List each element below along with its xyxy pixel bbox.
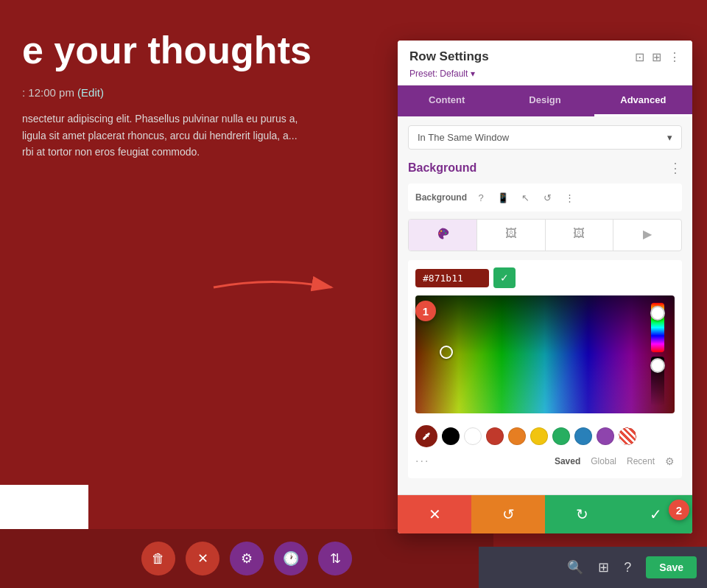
help-bottom-icon[interactable]: ?: [624, 560, 631, 575]
footer-redo-button[interactable]: ↻: [545, 495, 619, 533]
clock-button[interactable]: 🕐: [274, 542, 308, 575]
swatch-white[interactable]: [464, 427, 482, 445]
background-section-header: Background ⋮: [408, 160, 682, 176]
swatch-black[interactable]: [442, 427, 460, 445]
panel-title-icons: ⊡ ⊞ ⋮: [635, 50, 680, 64]
white-card-preview: [0, 485, 88, 529]
row-settings-panel: Row Settings ⊡ ⊞ ⋮ Preset: Default Conte…: [398, 41, 692, 533]
edit-link[interactable]: (Edit): [77, 86, 104, 99]
bg-type-color[interactable]: [409, 220, 477, 251]
panel-body: In The Same Window ▾ Background ⋮ Backgr…: [398, 116, 692, 494]
recent-label[interactable]: Recent: [627, 456, 655, 466]
dropdown-value: In The Same Window: [418, 132, 509, 143]
bg-cursor-icon[interactable]: ↖: [517, 189, 533, 206]
swatch-orange[interactable]: [508, 427, 526, 445]
color-picker-area: ✓: [408, 260, 682, 478]
body-text: nsectetur adipiscing elit. Phasellus pul…: [22, 111, 302, 160]
bg-more-icon[interactable]: ⋮: [561, 189, 577, 206]
panel-footer: ✕ ↺ ↻ ✓: [398, 494, 692, 533]
saved-label[interactable]: Saved: [555, 456, 580, 466]
panel-title: Row Settings: [409, 49, 489, 64]
swatch-purple[interactable]: [597, 427, 614, 445]
hue-thumb[interactable]: [650, 306, 665, 321]
panel-icon-more[interactable]: ⋮: [669, 50, 680, 64]
section-more-icon[interactable]: ⋮: [669, 160, 682, 176]
opacity-slider[interactable]: [651, 357, 664, 406]
badge-1: 1: [415, 301, 436, 321]
swatch-blue[interactable]: [574, 427, 592, 445]
bg-undo-icon[interactable]: ↺: [539, 189, 555, 206]
sliders-column: [651, 303, 667, 406]
opacity-thumb[interactable]: [650, 358, 665, 373]
bg-type-tabs: 🖼 🖼 ▶: [408, 219, 682, 251]
same-window-dropdown[interactable]: In The Same Window ▾: [408, 125, 682, 150]
svg-point-3: [443, 231, 445, 232]
swatch-green[interactable]: [552, 427, 570, 445]
saved-row-wrapper: ··· Saved Global Recent ⚙: [415, 452, 675, 471]
bg-help-icon[interactable]: ?: [473, 189, 489, 206]
svg-point-4: [445, 233, 446, 234]
swatches-row: [415, 421, 675, 452]
bg-type-image2[interactable]: 🖼: [546, 220, 614, 251]
svg-point-1: [439, 233, 440, 234]
close-button[interactable]: ✕: [186, 542, 219, 575]
redo-icon: ↻: [576, 505, 588, 523]
gradient-cursor[interactable]: [440, 346, 453, 359]
save-button[interactable]: Save: [646, 556, 697, 578]
bg-mobile-icon[interactable]: 📱: [495, 189, 511, 206]
color-gradient-canvas[interactable]: [415, 295, 675, 413]
panel-title-row: Row Settings ⊡ ⊞ ⋮: [409, 49, 680, 64]
hex-input[interactable]: [415, 269, 489, 287]
bottom-right-bar: 🔍 ⊞ ? Save: [479, 547, 707, 588]
panel-tabs: Content Design Advanced: [398, 85, 692, 116]
hex-input-row: ✓: [415, 267, 675, 288]
layers-bottom-icon[interactable]: ⊞: [598, 559, 609, 575]
tab-advanced[interactable]: Advanced: [594, 85, 692, 116]
tab-design[interactable]: Design: [496, 85, 594, 116]
footer-cancel-button[interactable]: ✕: [398, 495, 471, 533]
bg-label: Background: [415, 192, 467, 203]
main-heading: e your thoughts: [22, 29, 331, 71]
background-section-title: Background: [408, 161, 476, 175]
hex-confirm-button[interactable]: ✓: [493, 267, 516, 288]
panel-header: Row Settings ⊡ ⊞ ⋮ Preset: Default: [398, 41, 692, 85]
panel-preset[interactable]: Preset: Default: [409, 69, 680, 79]
swatch-striped[interactable]: [619, 427, 636, 445]
right-labels: Saved Global Recent ⚙: [555, 455, 675, 467]
bottom-toolbar: 🗑 ✕ ⚙ 🕐 ⇅: [0, 529, 493, 588]
footer-reset-button[interactable]: ↺: [471, 495, 545, 533]
cancel-icon: ✕: [429, 505, 441, 523]
panel-icon-resize[interactable]: ⊡: [635, 50, 644, 64]
bg-controls-row: Background ? 📱 ↖ ↺ ⋮: [408, 183, 682, 211]
settings-cog-icon[interactable]: ⚙: [665, 455, 675, 467]
dropdown-arrow-icon: ▾: [667, 132, 672, 143]
bg-type-image[interactable]: 🖼: [477, 220, 546, 251]
global-label[interactable]: Global: [591, 456, 616, 466]
swatch-yellow[interactable]: [530, 427, 548, 445]
date-text: : 12:00 pm: [22, 86, 74, 99]
arrows-button[interactable]: ⇅: [318, 542, 352, 575]
three-dots-icon[interactable]: ···: [415, 455, 429, 468]
tab-content[interactable]: Content: [398, 85, 496, 116]
search-bottom-icon[interactable]: 🔍: [567, 559, 583, 575]
eyedropper-button[interactable]: [415, 425, 437, 447]
trash-button[interactable]: 🗑: [141, 542, 175, 575]
date-line: : 12:00 pm (Edit): [22, 86, 331, 99]
svg-point-2: [440, 231, 442, 232]
hue-slider[interactable]: [651, 303, 664, 352]
bg-type-video[interactable]: ▶: [613, 220, 681, 251]
red-arrow: [206, 273, 339, 302]
save-check-icon: ✓: [650, 505, 662, 523]
panel-icon-columns[interactable]: ⊞: [652, 50, 661, 64]
swatch-red[interactable]: [486, 427, 504, 445]
reset-icon: ↺: [502, 505, 515, 523]
settings-button[interactable]: ⚙: [230, 542, 264, 575]
badge-2: 2: [669, 500, 689, 520]
